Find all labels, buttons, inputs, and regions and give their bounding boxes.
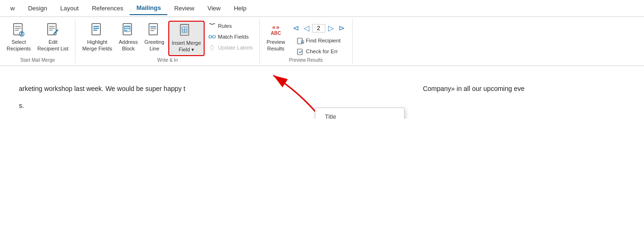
address-block-icon xyxy=(121,23,136,38)
dropdown-item-title[interactable]: Title xyxy=(315,110,404,119)
tab-bar: w Design Layout References Mailings Revi… xyxy=(0,0,644,17)
ribbon-content: Select Recipients xyxy=(0,17,644,66)
first-record-button[interactable]: ⊲ xyxy=(291,23,301,33)
red-arrow-svg xyxy=(207,66,330,119)
greeting-line-icon xyxy=(147,23,162,38)
svg-point-29 xyxy=(213,35,215,38)
tab-design[interactable]: Design xyxy=(21,2,53,15)
highlight-merge-fields-button[interactable]: Highlight Merge Fields xyxy=(79,21,115,54)
nav-counter-col: ⊲ ◁ ▷ ⊳ xyxy=(289,21,348,57)
find-recipient-button[interactable]: Find Recipient xyxy=(294,35,344,46)
insert-merge-field-button[interactable]: Insert Merge Field ▾ xyxy=(168,21,205,56)
rules-label: Rules xyxy=(218,23,231,29)
edit-recipient-list-label: Edit Recipient List xyxy=(37,39,68,52)
update-labels-button[interactable]: Update Labels xyxy=(206,42,256,53)
edit-recipient-list-icon xyxy=(45,23,60,38)
ribbon: w Design Layout References Mailings Revi… xyxy=(0,0,644,66)
svg-rect-10 xyxy=(92,24,100,35)
write-insert-label: Write & In xyxy=(156,57,180,64)
group-preview-results: « » ABC Preview Results ⊲ ◁ ▷ xyxy=(260,19,352,64)
dropdown-menu: Title Company First_Name Last_Name Email… xyxy=(315,107,405,119)
record-counter-input[interactable] xyxy=(312,24,325,33)
edit-recipient-list-button[interactable]: Edit Recipient List xyxy=(34,21,71,54)
update-labels-label: Update Labels xyxy=(218,45,253,50)
check-for-errors-label: Check for Err xyxy=(306,49,338,54)
find-check-col: Find Recipient Check for Err xyxy=(294,35,344,57)
preview-results-icon: « » ABC xyxy=(268,23,283,38)
tab-references[interactable]: References xyxy=(85,2,130,15)
insert-merge-field-label: Insert Merge Field ▾ xyxy=(172,40,201,53)
highlight-merge-fields-icon xyxy=(90,23,105,38)
greeting-line-button[interactable]: Greeting Line xyxy=(141,21,167,54)
match-fields-icon xyxy=(208,33,216,41)
tab-mailings[interactable]: Mailings xyxy=(130,1,167,15)
svg-point-28 xyxy=(209,35,212,38)
match-fields-label: Match Fields xyxy=(218,34,248,40)
rules-icon xyxy=(208,22,216,30)
svg-rect-34 xyxy=(297,49,302,55)
start-mail-merge-label: Start Mail Merge xyxy=(18,57,57,64)
match-fields-button[interactable]: Match Fields xyxy=(206,32,256,42)
svg-rect-19 xyxy=(149,24,157,35)
address-block-button[interactable]: Address Block xyxy=(116,21,140,54)
tab-review[interactable]: Review xyxy=(167,2,201,15)
svg-point-5 xyxy=(21,32,23,34)
greeting-line-label: Greeting Line xyxy=(144,39,164,52)
tab-w[interactable]: w xyxy=(4,2,21,15)
group-start-mail-merge: Select Recipients xyxy=(0,19,75,64)
abc-arrows: « » xyxy=(272,24,279,30)
insert-merge-field-icon xyxy=(179,24,194,39)
next-record-button[interactable]: ▷ xyxy=(326,23,336,33)
select-recipients-label: Select Recipients xyxy=(7,39,31,52)
select-recipients-button[interactable]: Select Recipients xyxy=(4,21,33,54)
tab-layout[interactable]: Layout xyxy=(54,2,85,15)
preview-results-group-label: Preview Results xyxy=(287,57,325,64)
write-insert-buttons: Highlight Merge Fields Address Block xyxy=(79,21,256,57)
preview-results-buttons: « » ABC Preview Results ⊲ ◁ ▷ xyxy=(264,21,348,57)
check-for-errors-icon xyxy=(297,48,304,55)
find-recipient-label: Find Recipient xyxy=(306,38,341,43)
find-recipient-icon xyxy=(297,37,304,44)
check-for-errors-button[interactable]: Check for Err xyxy=(294,46,344,57)
address-block-label: Address Block xyxy=(119,39,138,52)
small-buttons-col: Rules Match Fields xyxy=(206,21,256,53)
select-recipients-icon xyxy=(11,23,26,38)
update-labels-icon xyxy=(208,44,216,51)
rules-button[interactable]: Rules xyxy=(206,21,256,31)
tab-view[interactable]: View xyxy=(201,2,227,15)
start-mail-merge-buttons: Select Recipients xyxy=(4,21,71,57)
svg-line-33 xyxy=(303,42,304,43)
document-area: Title Company First_Name Last_Name Email… xyxy=(0,66,644,119)
preview-results-button[interactable]: « » ABC Preview Results xyxy=(264,21,288,54)
highlight-merge-fields-label: Highlight Merge Fields xyxy=(82,39,112,52)
last-record-button[interactable]: ⊳ xyxy=(337,23,347,33)
prev-record-button[interactable]: ◁ xyxy=(302,23,311,33)
abc-text: ABC xyxy=(271,30,281,36)
nav-row: ⊲ ◁ ▷ ⊳ xyxy=(291,23,347,33)
tab-help[interactable]: Help xyxy=(227,2,253,15)
group-write-insert: Highlight Merge Fields Address Block xyxy=(75,19,260,64)
preview-results-label: Preview Results xyxy=(266,39,285,52)
